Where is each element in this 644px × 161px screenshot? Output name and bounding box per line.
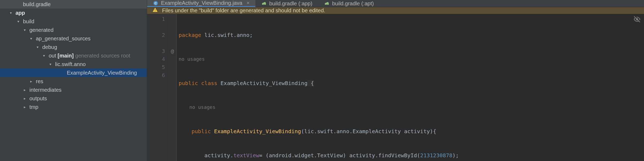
line-number: 4 — [147, 55, 165, 63]
warning-icon — [152, 7, 158, 14]
chevron-icon[interactable] — [22, 28, 27, 32]
chevron-icon[interactable] — [28, 79, 34, 83]
tree-label: generated — [29, 27, 53, 33]
chevron-icon[interactable] — [8, 11, 13, 15]
close-icon[interactable]: × — [247, 0, 250, 6]
line-number: 3 — [147, 47, 165, 55]
gutter-mark: @ — [168, 47, 176, 55]
svg-text:C: C — [155, 1, 157, 5]
gutter-mark — [168, 63, 176, 71]
warning-banner: Files under the "build" folder are gener… — [147, 7, 644, 14]
tree-label: debug — [42, 44, 57, 50]
tree-item-out[interactable]: out [main]generated sources root — [0, 51, 147, 60]
tree-item-exampleactivity-viewbinding[interactable]: CExampleActivity_ViewBinding — [0, 68, 147, 77]
tree-item-res[interactable]: res — [0, 77, 147, 86]
toggle-visibility-icon[interactable] — [634, 16, 640, 25]
code-content[interactable]: package lic.swift.anno; no usages public… — [177, 14, 644, 161]
chevron-icon[interactable] — [41, 53, 47, 58]
tree-label: outputs — [29, 95, 47, 102]
tab-build-gradle-apt-[interactable]: build.gradle (:apt) — [318, 0, 380, 7]
tree-item-debug[interactable]: debug — [0, 43, 147, 51]
tree-label: build.gradle — [23, 1, 51, 7]
editor-tabs: CExampleActivity_ViewBinding.java×build.… — [147, 0, 644, 7]
line-number: 6 — [147, 71, 165, 79]
tree-label: build — [23, 18, 34, 25]
tree-label: res — [36, 78, 43, 85]
tree-label: intermediates — [29, 87, 62, 93]
tab-label: ExampleActivity_ViewBinding.java — [161, 0, 242, 6]
tree-label: ap_generated_sources — [36, 36, 91, 42]
tab-label: build.gradle (:app) — [269, 1, 312, 7]
usage-hint: no usages — [179, 103, 644, 111]
gutter-mark — [168, 55, 176, 63]
line-number: 5 — [147, 63, 165, 71]
gutter-mark — [168, 71, 176, 79]
gradle-icon — [324, 1, 329, 6]
chevron-icon[interactable] — [28, 36, 34, 41]
chevron-icon[interactable] — [35, 45, 40, 49]
line-number: 2 — [147, 31, 165, 39]
tree-item-intermediates[interactable]: intermediates — [0, 86, 147, 94]
line-number: 1 — [147, 15, 165, 23]
code-editor[interactable]: 123456 @ package lic.swift.anno; no usag… — [147, 14, 644, 161]
gutter-mark — [168, 23, 176, 31]
tab-exampleactivity-viewbinding-java[interactable]: CExampleActivity_ViewBinding.java× — [147, 0, 255, 7]
tab-label: build.gradle (:apt) — [332, 1, 374, 7]
tree-item-generated[interactable]: generated — [0, 26, 147, 34]
gutter-mark — [168, 15, 176, 23]
chevron-icon[interactable] — [22, 105, 27, 109]
tree-label: app — [16, 10, 25, 16]
chevron-icon[interactable] — [22, 88, 27, 92]
tree-item-tmp[interactable]: tmp — [0, 103, 147, 111]
tree-item-lic-swift-anno[interactable]: lic.swift.anno — [0, 60, 147, 68]
line-gutter: 123456 — [147, 14, 168, 161]
chevron-icon[interactable] — [16, 19, 21, 24]
gutter-mark — [168, 31, 176, 39]
gutter-icons: @ — [168, 14, 177, 161]
chevron-icon[interactable] — [48, 62, 53, 66]
tree-label: tmp — [29, 104, 38, 110]
line-number — [147, 23, 165, 31]
tree-label: out [main]generated sources root — [49, 53, 130, 59]
tree-item-build[interactable]: build — [0, 17, 147, 26]
project-tree: build.gradleappbuildgeneratedap_generate… — [0, 0, 147, 161]
tree-label: ExampleActivity_ViewBinding — [67, 70, 137, 76]
tree-item-outputs[interactable]: outputs — [0, 94, 147, 103]
editor-area: CExampleActivity_ViewBinding.java×build.… — [147, 0, 644, 161]
line-number — [147, 39, 165, 47]
tree-item-build-gradle[interactable]: build.gradle — [0, 0, 147, 9]
usage-hint: no usages — [179, 55, 644, 63]
tree-label: lic.swift.anno — [55, 61, 86, 67]
gutter-mark — [168, 39, 176, 47]
tab-build-gradle-app-[interactable]: build.gradle (:app) — [255, 0, 318, 7]
tree-item-app[interactable]: app — [0, 9, 147, 17]
class-icon: C — [153, 1, 158, 6]
banner-text: Files under the "build" folder are gener… — [162, 7, 325, 14]
gradle-icon — [261, 1, 267, 6]
chevron-icon[interactable] — [22, 96, 27, 101]
tree-item-ap-generated-sources[interactable]: ap_generated_sources — [0, 34, 147, 43]
